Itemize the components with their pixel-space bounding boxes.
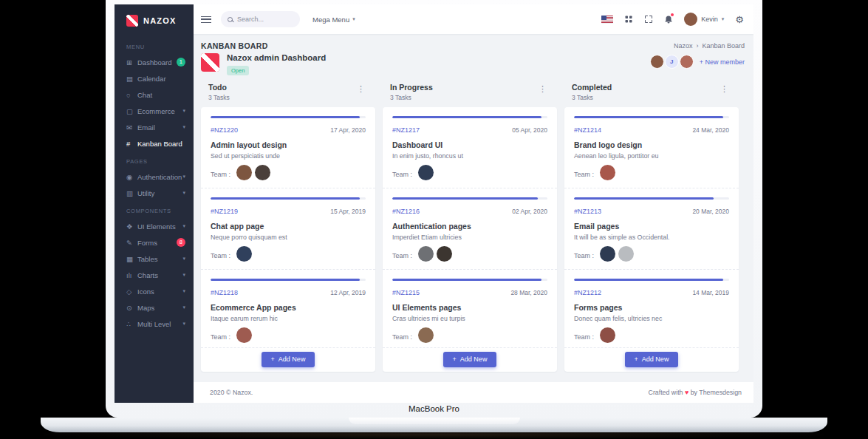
sidebar-item-ui-elements[interactable]: ❖ UI Elements ▾ — [115, 218, 194, 234]
card-id-link[interactable]: #NZ1219 — [211, 208, 238, 215]
sidebar-item-label: Tables — [137, 255, 157, 263]
search-input[interactable] — [237, 16, 293, 23]
card-description: Cras ultricies mi eu turpis — [392, 315, 547, 322]
card-id-link[interactable]: #NZ1213 — [574, 208, 601, 215]
card-id-link[interactable]: #NZ1215 — [392, 289, 420, 296]
add-new-button[interactable]: + Add New — [262, 352, 315, 367]
chevron-down-icon: ▾ — [352, 16, 355, 22]
mega-menu-button[interactable]: Mega Menu ▾ — [312, 16, 355, 24]
kanban-card[interactable]: #NZ1215 28 Mar, 2020 UI Elements pages C… — [383, 270, 557, 348]
card-date: 15 Apr, 2019 — [330, 208, 366, 215]
add-new-label: Add New — [460, 355, 488, 363]
card-id-link[interactable]: #NZ1212 — [574, 289, 601, 296]
avatar — [600, 246, 615, 262]
user-name: Kevin — [701, 16, 718, 23]
sidebar-item-label: Charts — [137, 271, 158, 279]
fullscreen-button[interactable] — [644, 15, 653, 24]
card-progress-bar — [392, 116, 541, 118]
avatar — [600, 327, 615, 343]
new-member-button[interactable]: + New member — [700, 58, 745, 66]
sidebar-item-multi-level[interactable]: ∴ Multi Level ▾ — [115, 316, 194, 332]
notifications-button[interactable] — [664, 15, 673, 24]
user-menu[interactable]: Kevin ▾ — [684, 13, 724, 26]
card-description: In enim justo, rhoncus ut — [392, 152, 547, 160]
sidebar-item-tables[interactable]: ▦ Tables ▾ — [115, 251, 194, 267]
card-id-link[interactable]: #NZ1216 — [392, 208, 420, 215]
avatar — [418, 327, 434, 343]
sidebar-item-ecommerce[interactable]: ▢ Ecommerce ▾ — [115, 103, 194, 119]
card-id-link[interactable]: #NZ1214 — [574, 126, 601, 134]
avatar — [236, 246, 252, 262]
add-new-button[interactable]: + Add New — [443, 352, 497, 367]
avatar — [650, 55, 664, 69]
card-title[interactable]: Dashboard UI — [392, 140, 547, 149]
chevron-down-icon: ▾ — [182, 190, 185, 196]
add-new-label: Add New — [642, 355, 669, 363]
sidebar-item-chat[interactable]: ○ Chat — [115, 86, 194, 103]
column-menu-icon[interactable]: ⋮ — [354, 83, 368, 95]
card-title[interactable]: Authentication pages — [392, 222, 547, 231]
search-box[interactable] — [221, 11, 300, 27]
calendar-icon: ▤ — [126, 75, 137, 83]
sidebar-item-calendar[interactable]: ▤ Calendar — [115, 70, 194, 86]
sidebar-item-authentication[interactable]: ◉ Authentication ▾ — [115, 169, 194, 185]
kanban-card[interactable]: #NZ1213 20 Mar, 2020 Email pages It will… — [564, 188, 739, 270]
sidebar-item-charts[interactable]: ılı Charts ▾ — [115, 267, 194, 283]
team-label: Team : — [574, 333, 594, 341]
column-menu-icon[interactable]: ⋮ — [536, 83, 550, 95]
sidebar-item-kanban-board[interactable]: # Kanban Board — [115, 135, 194, 152]
card-title[interactable]: Brand logo design — [574, 140, 729, 149]
card-title[interactable]: Email pages — [574, 222, 729, 231]
us-flag-icon — [601, 16, 613, 24]
notification-dot — [671, 13, 674, 17]
card-id-link[interactable]: #NZ1218 — [211, 289, 238, 296]
breadcrumb: Nazox › Kanban Board — [674, 42, 745, 50]
team-avatars — [415, 327, 434, 346]
card-title[interactable]: Admin layout design — [211, 140, 366, 149]
search-icon — [228, 17, 233, 22]
kanban-card[interactable]: #NZ1214 24 Mar, 2020 Brand logo design A… — [564, 107, 739, 188]
settings-button[interactable]: ⚙ — [735, 15, 744, 24]
team-label: Team : — [211, 252, 230, 259]
add-new-button[interactable]: + Add New — [625, 352, 679, 367]
chevron-down-icon: ▾ — [182, 108, 185, 114]
card-title[interactable]: Chat app page — [211, 222, 366, 231]
brand-logo[interactable]: NAZOX — [115, 4, 194, 37]
kanban-card[interactable]: #NZ1218 12 Apr, 2019 Ecommerce App pages… — [201, 270, 375, 348]
maps-icon: ⊙ — [126, 304, 137, 312]
apps-grid-button[interactable] — [624, 15, 633, 24]
kanban-card[interactable]: #NZ1212 14 Mar, 2019 Forms pages Donec q… — [564, 270, 739, 348]
kanban-card[interactable]: #NZ1217 05 Apr, 2020 Dashboard UI In eni… — [383, 107, 557, 188]
sidebar-item-maps[interactable]: ⊙ Maps ▾ — [115, 299, 194, 316]
sidebar-item-email[interactable]: ✉ Email ▾ — [115, 119, 194, 135]
forms-badge: 8 — [177, 238, 185, 247]
card-title[interactable]: Forms pages — [574, 303, 729, 312]
sidebar-item-label: Dashboard — [137, 58, 171, 67]
breadcrumb-nazox[interactable]: Nazox — [674, 42, 693, 50]
avatar — [437, 246, 452, 262]
card-title[interactable]: UI Elements pages — [392, 303, 547, 312]
menu-toggle-icon[interactable] — [201, 16, 211, 23]
crafted-by: Crafted with ♥ by Themesdesign — [649, 389, 742, 396]
card-progress-bar — [574, 197, 714, 200]
card-date: 02 Apr, 2020 — [512, 208, 547, 215]
card-description: Imperdiet Etiam ultricies — [392, 234, 547, 241]
card-id-link[interactable]: #NZ1217 — [392, 126, 420, 134]
kanban-card[interactable]: #NZ1216 02 Apr, 2020 Authentication page… — [383, 188, 557, 270]
language-flag-button[interactable] — [601, 16, 613, 24]
kanban-card[interactable]: #NZ1220 17 Apr, 2020 Admin layout design… — [201, 107, 375, 188]
card-id-link[interactable]: #NZ1220 — [211, 126, 238, 134]
project-members: J + New member — [649, 55, 745, 69]
card-progress-bar — [392, 197, 538, 200]
column-menu-icon[interactable]: ⋮ — [717, 83, 731, 95]
sidebar-item-icons[interactable]: ◇ Icons ▾ — [115, 283, 194, 299]
tables-icon: ▦ — [126, 255, 137, 263]
sidebar-item-forms[interactable]: ✎ Forms 8 — [115, 234, 194, 251]
chevron-down-icon: ▾ — [182, 304, 185, 310]
card-description: Neque porro quisquam est — [211, 234, 366, 241]
plus-icon: + — [453, 355, 457, 363]
sidebar-item-dashboard[interactable]: ⊞ Dashboard 1 — [115, 54, 194, 70]
kanban-card[interactable]: #NZ1219 15 Apr, 2019 Chat app page Neque… — [201, 188, 375, 270]
sidebar-item-utility[interactable]: ▥ Utility ▾ — [115, 185, 194, 201]
card-title[interactable]: Ecommerce App pages — [211, 303, 366, 312]
